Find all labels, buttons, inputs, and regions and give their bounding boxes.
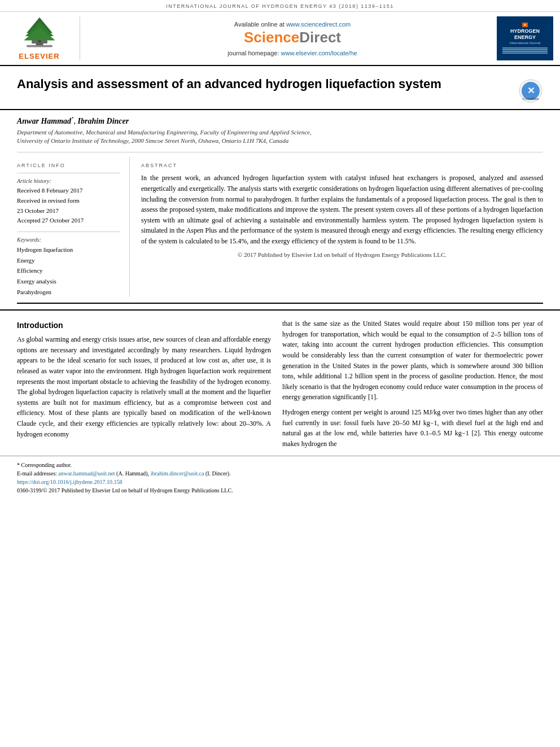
- email-link-1[interactable]: anwar.hammad@uoit.net: [58, 470, 115, 477]
- svg-rect-6: [26, 45, 52, 47]
- journal-homepage-link[interactable]: www.elsevier.com/locate/he: [281, 50, 357, 56]
- article-body: ARTICLE INFO Article history: Received 8…: [0, 157, 560, 297]
- author-1: Anwar Hammad: [17, 117, 71, 125]
- introduction-heading: Introduction: [17, 321, 271, 330]
- keyword-2: Energy: [17, 255, 120, 266]
- journal-thumbnail: H HYDROGEN ENERGY International Journal: [497, 16, 553, 60]
- svg-text:✕: ✕: [527, 86, 535, 95]
- divider: [17, 152, 543, 152]
- footnote-text: * Corresponding author. E-mail addresses…: [17, 461, 543, 495]
- article-info-label: ARTICLE INFO: [17, 163, 120, 168]
- introduction-right-text: that is the same size as the United Stat…: [282, 318, 543, 449]
- footnote-area: * Corresponding author. E-mail addresses…: [0, 456, 560, 498]
- svg-text:CrossMark: CrossMark: [522, 97, 539, 101]
- main-right-column: that is the same size as the United Stat…: [282, 318, 543, 453]
- article-info-column: ARTICLE INFO Article history: Received 8…: [17, 157, 130, 297]
- elsevier-logo: ELSEVIER: [7, 16, 80, 60]
- article-title-row: Analysis and assessment of an advanced h…: [17, 76, 543, 103]
- email-link-2[interactable]: ibrahim.dincer@uoit.ca: [151, 470, 204, 477]
- thumb-logo-bar: H: [522, 23, 528, 27]
- received-date-1: Received 8 February 2017: [17, 186, 120, 196]
- available-online-text: Available online at www.sciencedirect.co…: [234, 21, 351, 28]
- revised-date: 23 October 2017: [17, 206, 120, 216]
- journal-header-text: INTERNATIONAL JOURNAL OF HYDROGEN ENERGY…: [166, 3, 394, 9]
- thumbnail-subtitle: International Journal: [510, 41, 540, 45]
- crossmark-icon[interactable]: ✕ CrossMark: [518, 78, 543, 103]
- doi-link[interactable]: https://doi.org/10.1016/j.ijhydene.2017.…: [17, 479, 122, 485]
- journal-header: INTERNATIONAL JOURNAL OF HYDROGEN ENERGY…: [0, 0, 560, 12]
- keywords-list: Hydrogen liquefaction Energy Efficiency …: [17, 244, 120, 297]
- abstract-label: ABSTRACT: [141, 163, 543, 168]
- thumbnail-title: HYDROGEN ENERGY: [510, 28, 540, 41]
- main-left-column: Introduction As global warming and energ…: [17, 318, 271, 453]
- hydrogen-badge: H: [522, 23, 528, 27]
- publisher-bar: ELSEVIER Available online at www.science…: [0, 12, 560, 66]
- abstract-text: In the present work, an advanced hydroge…: [141, 173, 543, 246]
- doi-line: https://doi.org/10.1016/j.ijhydene.2017.…: [17, 478, 543, 486]
- introduction-left-text: As global warming and energy crisis issu…: [17, 334, 271, 439]
- keyword-5: Parahydrogen: [17, 287, 120, 298]
- affiliation-line: Department of Automotive, Mechanical and…: [17, 128, 543, 146]
- thumbnail-lines: [502, 47, 548, 54]
- authors-section: Anwar Hammad*, Ibrahim Dincer Department…: [0, 110, 560, 147]
- email-line: E-mail addresses: anwar.hammad@uoit.net …: [17, 469, 543, 478]
- center-publisher-info: Available online at www.sciencedirect.co…: [88, 16, 497, 60]
- authors-line: Anwar Hammad*, Ibrahim Dincer: [17, 116, 543, 126]
- sciencedirect-url-link[interactable]: www.sciencedirect.com: [286, 21, 351, 28]
- elsevier-brand-text: ELSEVIER: [19, 52, 59, 60]
- corresponding-label: * Corresponding author.: [17, 461, 543, 469]
- abstract-column: ABSTRACT In the present work, an advance…: [141, 157, 543, 297]
- journal-homepage-line: journal homepage: www.elsevier.com/locat…: [228, 50, 357, 56]
- copyright-line: © 2017 Published by Elsevier Ltd on beha…: [141, 251, 543, 258]
- main-content: Introduction As global warming and energ…: [0, 309, 560, 453]
- article-title-section: Analysis and assessment of an advanced h…: [0, 66, 560, 110]
- elsevier-tree-icon: [14, 16, 65, 50]
- sciencedirect-logo: ScienceDirect: [244, 29, 341, 46]
- keywords-label: Keywords:: [17, 237, 120, 243]
- author-2: Ibrahim Dincer: [78, 117, 129, 125]
- keyword-4: Exergy analysis: [17, 276, 120, 287]
- accepted-date: Accepted 27 October 2017: [17, 216, 120, 226]
- keyword-3: Efficiency: [17, 265, 120, 276]
- article-title: Analysis and assessment of an advanced h…: [17, 76, 513, 93]
- keyword-1: Hydrogen liquefaction: [17, 244, 120, 255]
- revised-label: Received in revised form: [17, 196, 120, 206]
- license-line: 0360-3199/© 2017 Published by Elsevier L…: [17, 486, 543, 495]
- history-label: Article history:: [17, 178, 120, 184]
